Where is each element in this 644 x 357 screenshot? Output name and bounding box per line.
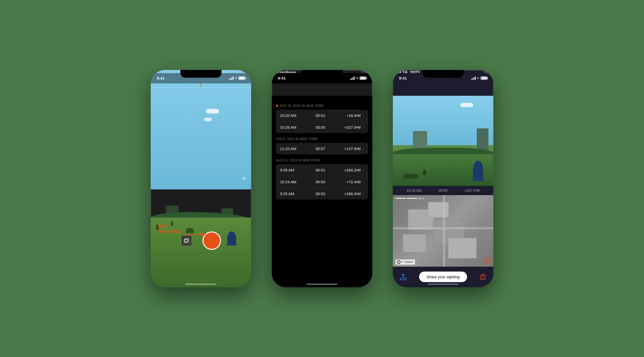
svg-rect-2 — [184, 239, 188, 242]
signal-icon-1 — [229, 77, 234, 80]
mapbox-logo: © mapbox — [395, 259, 415, 265]
new-recording-label: NewRecording — [158, 223, 181, 234]
cloud-2 — [204, 118, 212, 121]
rec-time-2: 10:26 AM — [280, 125, 301, 129]
cloud-1 — [206, 109, 219, 114]
recordings-group-aug11: 9:05 AM 00:01 +284.2•M › 10:24 AM 00:04 … — [276, 164, 368, 199]
rec-duration-6: 00:02 — [301, 191, 340, 196]
phone-recordings: 9:41 ▾ ← Recordings Edit — [272, 70, 372, 287]
rec-duration-3: 00:07 — [301, 146, 340, 151]
detail-info-bar: 10:26 AM 00:05 +327.0•M — [393, 186, 493, 195]
rec-size-2: +327.0•M — [340, 125, 361, 129]
battery-icon-2 — [360, 76, 366, 80]
status-icons-1: ▾ — [229, 76, 245, 80]
photo-person-main — [473, 161, 483, 181]
phone-record: 9:41 ▾ Record Identify ✕ 🌙 — [151, 70, 251, 287]
section-header-aug11: AUG 11, 2023 IN NEW YORK — [276, 159, 368, 162]
wifi-icon-3: ▾ — [477, 76, 479, 80]
rec-time-4: 9:05 AM — [280, 168, 301, 172]
close-button-1[interactable]: ✕ — [242, 176, 246, 181]
compass-ticks — [151, 85, 251, 90]
recording-item-5[interactable]: 10:24 AM 00:04 +72.4•M › — [276, 176, 368, 188]
recording-item-6[interactable]: 9:25 AM 00:02 +286.3•M › — [276, 188, 368, 199]
map-view: 200 ft © mapbox — [393, 195, 493, 267]
detail-duration: 00:05 — [438, 188, 447, 193]
status-time-1: 9:41 — [157, 76, 165, 80]
recordings-group-jun5: 11:20 AM 00:07 +147.9•M › — [276, 143, 368, 154]
map-block-4 — [403, 234, 426, 252]
map-road-h — [393, 227, 493, 229]
recording-item-2[interactable]: 10:26 AM 00:05 +327.0•M › — [276, 121, 368, 133]
rec-size-6: +286.3•M — [340, 191, 361, 196]
rec-time-1: 10:20 AM — [280, 113, 301, 118]
chevron-icon-3: › — [363, 146, 364, 151]
arrow-indicator — [184, 229, 210, 240]
svg-rect-8 — [482, 274, 484, 275]
signal-icon-3 — [471, 77, 476, 80]
rec-time-6: 9:25 AM — [280, 191, 301, 196]
location-pin-icon — [484, 257, 491, 265]
section-header-jun5: JUN 5, 2023 IN NEW YORK — [276, 137, 368, 141]
chevron-icon-6: › — [363, 191, 364, 196]
rec-time-3: 11:20 AM — [280, 146, 301, 151]
battery-icon-3 — [481, 76, 487, 80]
mapbox-circle — [397, 260, 401, 264]
photo-person-2 — [423, 169, 426, 175]
map-block-5 — [448, 238, 477, 258]
phone-notch-3 — [422, 70, 464, 78]
chevron-icon-5: › — [363, 180, 364, 184]
chevron-icon-1: › — [363, 113, 364, 117]
recording-item-1[interactable]: 10:20 AM 00:01 +16.4•M › — [276, 110, 368, 121]
share-sighting-button[interactable]: Share your sighting — [419, 272, 467, 282]
phone-detail: 9:41 ▾ ← Aug 16, 2023 ⓘ — [393, 70, 493, 287]
chevron-icon-2: › — [363, 125, 364, 129]
recording-item-3[interactable]: 11:20 AM 00:07 +147.9•M › — [276, 143, 368, 154]
rec-duration-2: 00:05 — [301, 125, 340, 129]
home-indicator-2 — [307, 284, 337, 285]
rec-size-3: +147.9•M — [340, 146, 361, 151]
upload-button[interactable] — [399, 273, 407, 281]
detail-size: +327.0•M — [464, 188, 480, 193]
map-block-2 — [428, 202, 449, 217]
detail-time: 10:26 AM — [406, 188, 422, 193]
status-time-3: 9:41 — [399, 76, 407, 80]
status-time-2: 9:41 — [278, 76, 286, 80]
battery-icon-1 — [239, 76, 245, 80]
status-icons-3: ▾ — [471, 76, 487, 80]
svg-rect-4 — [400, 278, 406, 280]
rec-size-1: +16.4•M — [340, 113, 361, 118]
rec-size-4: +284.2•M — [340, 168, 361, 172]
recordings-list: AUG 16, 2023 IN NEW YORK 10:20 AM 00:01 … — [272, 96, 372, 287]
map-road-v — [443, 195, 445, 267]
status-icons-2: ▾ — [350, 76, 366, 80]
section-header-aug16: AUG 16, 2023 IN NEW YORK — [276, 104, 368, 108]
mapbox-text: © mapbox — [402, 260, 413, 263]
recording-item-4[interactable]: 9:05 AM 00:01 +284.2•M › — [276, 164, 368, 176]
home-indicator-1 — [185, 284, 216, 285]
phone-notch-2 — [301, 70, 343, 78]
rec-duration-1: 00:01 — [301, 113, 340, 118]
signal-icon-2 — [350, 77, 355, 80]
wifi-icon-2: ▾ — [356, 76, 358, 80]
rec-time-5: 10:24 AM — [280, 180, 301, 184]
recordings-group-aug16: 10:20 AM 00:01 +16.4•M › 10:26 AM 00:05 … — [276, 110, 368, 133]
delete-button[interactable] — [479, 273, 487, 281]
section-dot-aug16 — [276, 105, 278, 107]
svg-rect-6 — [481, 275, 485, 280]
wifi-icon-1: ▾ — [235, 76, 237, 80]
rec-duration-5: 00:04 — [301, 180, 340, 184]
rec-size-5: +72.4•M — [340, 180, 361, 184]
tick-marks-svg — [151, 85, 251, 90]
photo-person-lying — [403, 174, 418, 179]
home-indicator-3 — [428, 284, 459, 285]
rec-duration-4: 00:01 — [301, 168, 340, 172]
photo-cloud — [460, 103, 473, 107]
chevron-icon-4: › — [363, 168, 364, 172]
scale-bar: 200 ft — [395, 197, 424, 200]
photo-view — [393, 96, 493, 186]
phone-notch-1 — [180, 70, 222, 78]
